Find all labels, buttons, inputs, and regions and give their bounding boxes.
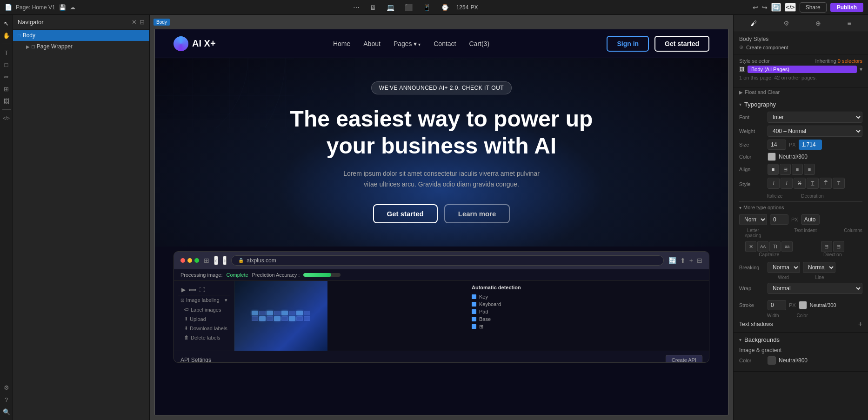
settings-tool[interactable]: ⚙ [1, 382, 12, 393]
create-api-btn[interactable]: Create API [666, 355, 702, 363]
hand-tool[interactable]: ✋ [1, 30, 12, 41]
strikethrough2-btn[interactable]: T [833, 178, 845, 189]
cap-btn-aa[interactable]: AA [757, 241, 768, 252]
typography-header[interactable]: ▾ Typography [739, 101, 862, 108]
hero-learn-more-btn[interactable]: Learn more [444, 204, 510, 223]
tab-settings[interactable]: ⚙ [780, 18, 793, 29]
add-tab-icon[interactable]: + [689, 257, 693, 264]
cap-btn-x[interactable]: ✕ [745, 241, 756, 252]
normal-select-1[interactable]: Normal [739, 214, 767, 225]
sidebar-download[interactable]: ⬇ Download labels [178, 324, 230, 333]
sidebar-label-images[interactable]: 🏷 Label images [178, 305, 230, 314]
align-right-btn[interactable]: ≡ [792, 164, 803, 175]
backgrounds-header[interactable]: ▾ Backgrounds [739, 336, 862, 343]
dir-rtl-btn[interactable]: ⊟ [833, 241, 844, 252]
cap-btn-tt[interactable]: Tt [769, 241, 781, 252]
underline-btn[interactable]: T [807, 178, 819, 189]
undo-btn[interactable]: ↩ [753, 4, 758, 11]
desktop-device-btn[interactable]: 🖥 [367, 3, 379, 12]
nav-about[interactable]: About [363, 40, 381, 47]
publish-btn[interactable]: Publish [830, 3, 863, 12]
shape-tool[interactable]: □ [1, 59, 12, 70]
italic-btn[interactable]: I [768, 178, 780, 189]
mobile-device-btn[interactable]: 📱 [420, 3, 434, 12]
sidebar-image-labeling[interactable]: ⊡ Image labeling ▾ [178, 295, 230, 305]
extra-checkbox[interactable] [472, 324, 476, 329]
wrap-select[interactable]: Normal [768, 283, 862, 294]
indent-value-input[interactable] [801, 214, 820, 225]
nav-cart[interactable]: Cart(3) [469, 40, 490, 47]
code-view-btn[interactable]: </> [785, 3, 795, 12]
play-icon[interactable]: ▶ [181, 287, 186, 293]
dir-ltr-btn[interactable]: ⊟ [821, 241, 832, 252]
height-input[interactable] [799, 140, 822, 150]
align-left-btn[interactable]: ≡ [768, 164, 779, 175]
base-checkbox[interactable] [472, 317, 476, 321]
float-clear-toggle[interactable]: ▶ Float and Clear [739, 89, 862, 95]
move-icon[interactable]: ⟺ [188, 287, 196, 293]
laptop-device-btn[interactable]: 💻 [384, 3, 397, 12]
size-input[interactable] [768, 140, 786, 150]
crop-icon[interactable]: ⛶ [199, 287, 205, 293]
code-tool[interactable]: </> [1, 113, 12, 124]
overline-btn[interactable]: T̄ [820, 178, 832, 189]
selector-dropdown-arrow[interactable]: ▾ [860, 66, 862, 73]
help-tool[interactable]: ? [1, 394, 12, 405]
nav-contact[interactable]: Contact [434, 40, 456, 47]
color-swatch[interactable] [768, 153, 776, 161]
tab-components[interactable]: ⊕ [812, 18, 825, 29]
component-tool[interactable]: ⊞ [1, 83, 12, 94]
nav-item-page-wrapper[interactable]: ▶ □ Page Wrapper [13, 41, 149, 52]
browser-forward-btn[interactable]: › [223, 256, 227, 265]
url-text[interactable]: aixplus.com [247, 257, 276, 264]
refresh-btn[interactable]: 🔄 [771, 3, 781, 12]
redo-btn[interactable]: ↪ [762, 4, 768, 11]
tab-styles[interactable]: 🖌 [747, 18, 761, 29]
align-justify-btn[interactable]: ≡ [804, 164, 815, 175]
breaking-word-select[interactable]: Normal [768, 262, 800, 273]
sidebar-delete[interactable]: 🗑 Delete labels [178, 333, 230, 342]
search-tool[interactable]: 🔍 [1, 406, 12, 417]
tab-more[interactable]: ≡ [844, 18, 855, 29]
strikethrough-btn[interactable]: X [794, 178, 806, 189]
selector-badge[interactable]: Body (All Pages) [748, 66, 857, 73]
nav-item-body[interactable]: □ Body [13, 30, 149, 41]
tablet-device-btn[interactable]: ⬛ [402, 3, 415, 12]
watch-device-btn[interactable]: ⌚ [438, 3, 452, 12]
breaking-line-select[interactable]: Normal [803, 262, 835, 273]
pad-checkbox[interactable] [472, 309, 476, 314]
weight-select[interactable]: 400 – Normal [768, 126, 862, 137]
share-btn[interactable]: Share [800, 2, 827, 13]
text-tool[interactable]: T [1, 47, 12, 58]
signin-btn[interactable]: Sign in [607, 36, 649, 52]
cap-btn-aa2[interactable]: aa [781, 241, 793, 252]
share-icon[interactable]: ⬆ [680, 257, 686, 264]
canvas-frame[interactable]: AI X+ Home About Pages ▾ Contact Cart(3)… [154, 29, 728, 415]
create-component-btn[interactable]: Create component [746, 45, 788, 50]
navigator-expand-icon[interactable]: ⊟ [140, 19, 145, 26]
text-shadows-add-btn[interactable]: + [858, 320, 862, 328]
keyboard-checkbox[interactable] [472, 302, 476, 307]
browser-expand-icon[interactable]: ⊞ [204, 257, 209, 264]
cursor-tool[interactable]: ↖ [1, 18, 12, 29]
window-icon[interactable]: ⊟ [697, 257, 702, 264]
pen-tool[interactable]: ✏ [1, 71, 12, 82]
reload-icon[interactable]: 🔄 [668, 257, 676, 264]
image-tool[interactable]: 🖼 [1, 95, 12, 107]
more-options-btn[interactable]: ⋯ [350, 3, 362, 12]
getstarted-btn[interactable]: Get started [654, 36, 709, 52]
navigator-close-icon[interactable]: ✕ [132, 19, 137, 26]
bg-color-swatch[interactable] [768, 356, 776, 365]
spacing-value-input[interactable] [770, 214, 788, 225]
italic-alt-btn[interactable]: I [781, 178, 793, 189]
browser-back-btn[interactable]: ‹ [214, 256, 218, 265]
nav-pages[interactable]: Pages ▾ [394, 40, 421, 47]
key-checkbox[interactable] [472, 294, 476, 299]
hero-get-started-btn[interactable]: Get started [373, 204, 438, 223]
nav-home[interactable]: Home [333, 40, 350, 47]
sidebar-upload[interactable]: ⬆ Upload [178, 314, 230, 324]
align-center-btn[interactable]: ⊟ [780, 164, 791, 175]
stroke-color-swatch[interactable] [799, 301, 807, 309]
more-type-options-toggle[interactable]: ▾ More type options [739, 205, 862, 210]
stroke-value-input[interactable] [768, 300, 786, 310]
